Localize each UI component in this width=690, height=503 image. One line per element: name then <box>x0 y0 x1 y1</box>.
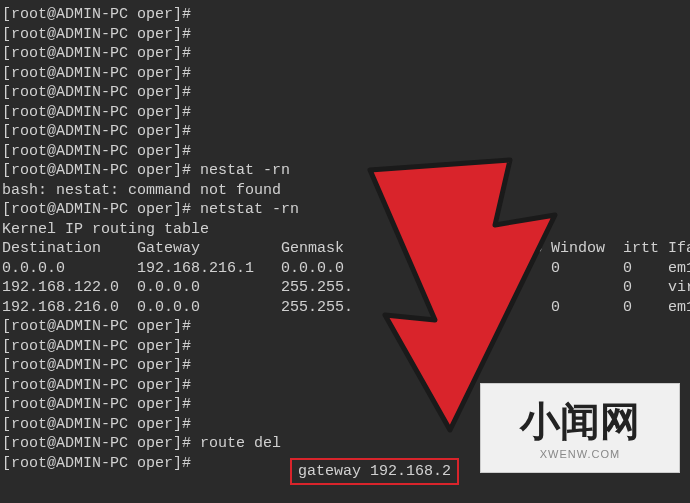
table-row: 0.0.0.0 192.168.216.1 0.0.0.0 0 0 0 em1 <box>2 259 688 279</box>
highlighted-text: gateway 192.168.2 <box>298 463 451 480</box>
empty-prompt-line: [root@ADMIN-PC oper]# <box>2 142 688 162</box>
empty-prompt-line: [root@ADMIN-PC oper]# <box>2 356 688 376</box>
empty-prompt-line: [root@ADMIN-PC oper]# <box>2 122 688 142</box>
empty-prompt-line: [root@ADMIN-PC oper]# <box>2 317 688 337</box>
table-row: 192.168.122.0 0.0.0.0 255.255. 0 virbr <box>2 278 688 298</box>
empty-prompt-line: [root@ADMIN-PC oper]# <box>2 44 688 64</box>
watermark-sub-text: XWENW.COM <box>540 447 621 461</box>
empty-prompt-line: [root@ADMIN-PC oper]# <box>2 25 688 45</box>
command-line: [root@ADMIN-PC oper]# nestat -rn <box>2 161 688 181</box>
routing-header: Kernel IP routing table <box>2 220 688 240</box>
error-line: bash: nestat: command not found <box>2 181 688 201</box>
empty-prompt-line: [root@ADMIN-PC oper]# <box>2 103 688 123</box>
watermark-main-text: 小闻网 <box>520 395 640 447</box>
empty-prompt-line: [root@ADMIN-PC oper]# <box>2 337 688 357</box>
command-line: [root@ADMIN-PC oper]# netstat -rn <box>2 200 688 220</box>
table-header: Destination Gateway Genmask MSS Window i… <box>2 239 688 259</box>
highlighted-command-segment: gateway 192.168.2 <box>290 458 459 486</box>
table-row: 192.168.216.0 0.0.0.0 255.255. 0 0 em1 <box>2 298 688 318</box>
empty-prompt-line: [root@ADMIN-PC oper]# <box>2 83 688 103</box>
watermark-logo: 小闻网 XWENW.COM <box>480 383 680 473</box>
empty-prompt-line: [root@ADMIN-PC oper]# <box>2 5 688 25</box>
empty-prompt-line: [root@ADMIN-PC oper]# <box>2 64 688 84</box>
